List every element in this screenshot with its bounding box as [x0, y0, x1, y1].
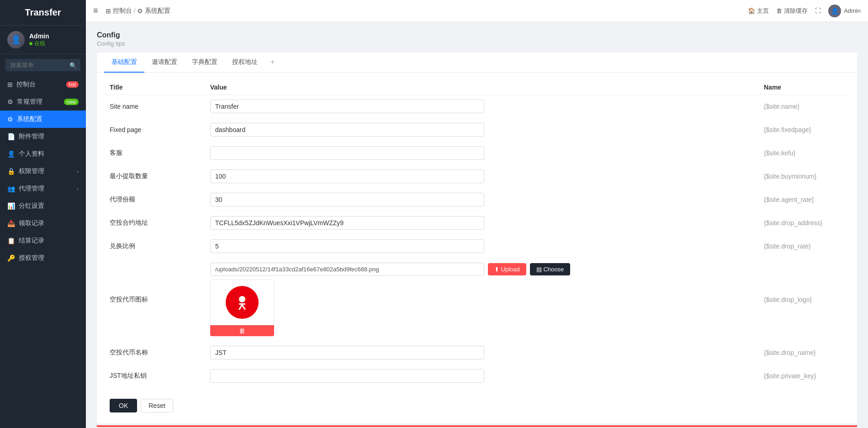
tab-auth[interactable]: 授权地址 [225, 53, 265, 73]
auth-icon: 🔑 [7, 254, 15, 262]
upload-row: ⬆ Upload▤ Choose [210, 263, 753, 276]
nav-badge-hot: hot [66, 81, 79, 88]
table-row: Site name{$site.name} [104, 95, 850, 118]
config-input-6[interactable] [210, 239, 484, 253]
config-input-0[interactable] [210, 100, 484, 113]
sidebar-item-distribution[interactable]: 📊 分红设置 [0, 197, 86, 215]
main-content: ≡ ⊞ 控制台 / ⚙ 系统配置 🏠 主页 🗑 清除缓存 ⛶ 👤 [86, 0, 868, 428]
image-delete-button[interactable]: 🗑 [210, 325, 274, 336]
row-title: Site name [104, 95, 205, 118]
row-title: 兑换比例 [104, 235, 205, 258]
user-info: Admin 在线 [29, 32, 49, 48]
avatar-image: 👤 [7, 31, 25, 48]
sidebar-item-label: 授权管理 [19, 254, 44, 262]
clear-cache-button[interactable]: 🗑 清除缓存 [776, 7, 808, 15]
config-input-8[interactable] [210, 346, 484, 359]
sidebar-item-general[interactable]: ⚙ 常规管理 new [0, 93, 86, 111]
sidebar-item-label: 代理管理 [19, 185, 44, 193]
page-title: Config [97, 31, 857, 39]
row-value [205, 142, 758, 165]
trash-icon: 🗑 [776, 7, 782, 14]
sidebar-item-agent[interactable]: 👥 代理管理 › [0, 180, 86, 197]
row-name-var: {$site.kefu} [758, 142, 850, 165]
row-value: ⬆ Upload▤ Choose 🗑 [205, 258, 758, 341]
row-title: JST地址私钥 [104, 365, 205, 388]
lock-icon: 🔒 [7, 168, 15, 175]
config-card: 基础配置 邀请配置 字典配置 授权地址 + Title Value Name [97, 53, 857, 423]
user-profile[interactable]: 👤 Admin 在线 [0, 26, 86, 54]
admin-label: Admin [844, 7, 861, 14]
upload-button[interactable]: ⬆ Upload [488, 263, 526, 275]
table-row: 兑换比例{$site.drop_rate} [104, 235, 850, 258]
sidebar-item-permission[interactable]: 🔒 权限管理 › [0, 163, 86, 180]
home-button[interactable]: 🏠 主页 [748, 7, 769, 15]
row-value [205, 95, 758, 118]
tab-bar: 基础配置 邀请配置 字典配置 授权地址 + [97, 53, 857, 73]
breadcrumb-item-1[interactable]: 控制台 [113, 7, 132, 15]
table-row: Fixed page{$site.fixedpage} [104, 118, 850, 142]
sidebar-item-label: 控制台 [16, 80, 36, 89]
sidebar-item-auth[interactable]: 🔑 授权管理 [0, 249, 86, 267]
avatar: 👤 [7, 31, 25, 48]
config-table: Title Value Name Site name{$site.name}Fi… [104, 80, 850, 388]
distribution-icon: 📊 [7, 202, 15, 210]
home-icon: 🏠 [748, 7, 755, 14]
nav-badge-new: new [64, 99, 79, 105]
username: Admin [29, 32, 49, 40]
topbar-left: ≡ ⊞ 控制台 / ⚙ 系统配置 [93, 6, 744, 16]
sidebar-item-label: 系统配置 [17, 115, 42, 123]
search-area: 🔍 [0, 54, 86, 76]
page-subtitle: Config tips [97, 40, 857, 47]
sidebar-item-settlement[interactable]: 📋 结算记录 [0, 232, 86, 249]
choose-button[interactable]: ▤ Choose [530, 263, 570, 275]
file-icon: 📄 [7, 133, 15, 140]
table-row: 空投代币名称{$site.drop_name} [104, 341, 850, 365]
sidebar-item-label: 权限管理 [19, 167, 44, 175]
sidebar-item-profile[interactable]: 👤 个人资料 [0, 145, 86, 163]
breadcrumb-separator: / [134, 7, 136, 15]
config-table-area: Title Value Name Site name{$site.name}Fi… [97, 73, 857, 423]
col-title: Title [104, 80, 205, 95]
ok-button[interactable]: OK [110, 399, 137, 412]
breadcrumb: ⊞ 控制台 / ⚙ 系统配置 [106, 7, 171, 15]
tab-add[interactable]: + [265, 53, 280, 73]
config-input-2[interactable] [210, 146, 484, 160]
chevron-right-icon: › [77, 186, 79, 191]
user-status: 在线 [29, 40, 49, 48]
agent-icon: 👥 [7, 185, 15, 192]
sidebar-item-label: 附件管理 [19, 132, 44, 141]
home-label: 主页 [757, 7, 769, 15]
clear-cache-label: 清除缓存 [784, 7, 808, 15]
tab-basic[interactable]: 基础配置 [104, 53, 144, 73]
config-input-3[interactable] [210, 169, 484, 183]
row-title: 空投代币名称 [104, 341, 205, 365]
user-icon: 👤 [7, 150, 15, 158]
table-row: 空投代币图标⬆ Upload▤ Choose 🗑{$site.drop_logo… [104, 258, 850, 341]
config-input-5[interactable] [210, 216, 484, 230]
page-content: Config Config tips 基础配置 邀请配置 字典配置 授权地址 +… [86, 22, 868, 428]
config-input-1[interactable] [210, 123, 484, 137]
config-input-9[interactable] [210, 369, 484, 383]
row-value [205, 235, 758, 258]
menu-toggle-icon[interactable]: ≡ [93, 6, 98, 16]
reset-button[interactable]: Reset [141, 399, 173, 412]
row-value [205, 341, 758, 365]
tab-invite[interactable]: 邀请配置 [144, 53, 185, 73]
sidebar-item-dashboard[interactable]: ⊞ 控制台 hot [0, 76, 86, 93]
bottom-divider [97, 425, 857, 427]
row-title: 空投代币图标 [104, 258, 205, 341]
row-title: 空投合约地址 [104, 211, 205, 235]
fullscreen-button[interactable]: ⛶ [815, 7, 821, 14]
admin-menu[interactable]: 👤 Admin [828, 5, 861, 17]
status-dot [29, 42, 32, 45]
tab-dict[interactable]: 字典配置 [185, 53, 225, 73]
sidebar-nav: ⊞ 控制台 hot ⚙ 常规管理 new ⚙ 系统配置 📄 附件管理 👤 个人资… [0, 76, 86, 267]
search-icon: 🔍 [69, 62, 77, 69]
config-input-4[interactable] [210, 193, 484, 206]
sidebar-item-collect[interactable]: 📥 领取记录 [0, 215, 86, 232]
sidebar-item-sysconfig[interactable]: ⚙ 系统配置 [0, 111, 86, 128]
upload-path-input[interactable] [210, 263, 484, 276]
sidebar-item-attachment[interactable]: 📄 附件管理 [0, 128, 86, 145]
status-label: 在线 [34, 40, 45, 48]
table-row: 最小提取数量{$site.buyminnum} [104, 165, 850, 188]
